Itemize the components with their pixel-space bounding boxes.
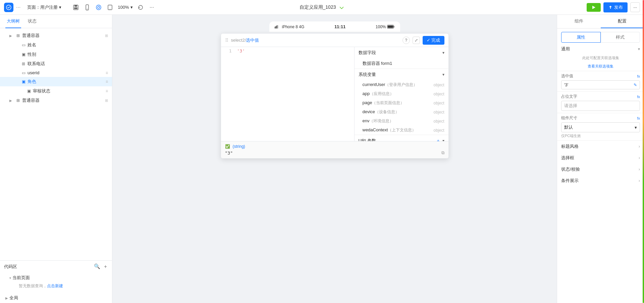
- topbar-more-icon[interactable]: ···: [16, 4, 20, 10]
- sys-var-page[interactable]: page（当前页面信息） object: [355, 98, 448, 107]
- right-section-general-header[interactable]: 通用 ▾: [557, 43, 644, 54]
- drag-handle-icon[interactable]: ⠿: [225, 38, 228, 43]
- svg-rect-3: [74, 7, 77, 9]
- code-editor-footer: ✅ (string) "3" ⧉: [221, 141, 448, 158]
- sys-var-label: page（当前页面信息）: [363, 100, 405, 106]
- code-global-item[interactable]: ▶ 全局: [0, 293, 112, 303]
- tree-item-audit-status[interactable]: ▣ 审核状态 ≡: [0, 86, 112, 96]
- sys-var-currentUser[interactable]: currentUser（登录用户信息） object: [355, 80, 448, 89]
- fullscreen-icon[interactable]: ⤢: [413, 37, 420, 44]
- tree-item-general-container-1[interactable]: ▶ ⊞ 普通容器 ⊞: [0, 31, 112, 40]
- phone-icon[interactable]: [84, 4, 91, 11]
- tree-badge: ⊞: [105, 34, 108, 38]
- label-text: 选中值: [561, 73, 573, 79]
- footer-value-text: "3": [225, 150, 233, 156]
- sys-var-header[interactable]: 系统变量 ▾: [355, 69, 448, 80]
- svg-point-9: [110, 9, 111, 9]
- sys-var-wedaContext[interactable]: wedaContext（上下文信息） object: [355, 126, 448, 135]
- code-editor-popup: ⠿ select2/选中值 ? ⤢ ✓ 完成 1 '3': [221, 33, 449, 159]
- tree-arrow: ▶: [9, 34, 14, 38]
- right-section-comp-size: 组件尺寸 fx 默认 ▾ 仅PC端生效: [557, 113, 644, 141]
- code-current-page-item[interactable]: ▾ 当前页面: [9, 274, 107, 282]
- code-search-icon[interactable]: 🔍: [94, 263, 100, 270]
- svg-point-5: [87, 9, 88, 9]
- comp-size-label: 组件尺寸 fx: [561, 115, 640, 121]
- page-label: 页面：用户注册: [27, 4, 58, 10]
- code-add-icon[interactable]: ＋: [103, 263, 108, 270]
- run-button[interactable]: [587, 3, 601, 12]
- general-notice: 此处可配置关联选项集: [557, 54, 644, 62]
- right-section-select-box[interactable]: 选择框 ›: [557, 152, 644, 164]
- tree-label: 审核状态: [33, 88, 104, 94]
- sys-var-label: currentUser（登录用户信息）: [363, 82, 418, 88]
- right-section-title-style[interactable]: 标题风格 ›: [557, 141, 644, 152]
- code-empty-text: 暂无数据查询，点击新建: [9, 282, 107, 292]
- desktop-icon[interactable]: [95, 4, 102, 11]
- tree-arrow: ▶: [9, 99, 14, 102]
- placeholder-label: 占位文字 fx: [561, 94, 640, 99]
- empty-text: 暂无数据查询，: [19, 284, 47, 288]
- tree-item-name[interactable]: ▭ 姓名: [0, 40, 112, 50]
- page-selector[interactable]: 页面：用户注册 ▾: [24, 3, 64, 12]
- right-section-status-validation[interactable]: 状态/校验 ›: [557, 164, 644, 175]
- tree-item-gender[interactable]: ▣ 性别: [0, 50, 112, 59]
- done-button[interactable]: ✓ 完成: [423, 36, 444, 45]
- tree-item-userid[interactable]: ▭ userid ≡: [0, 69, 112, 77]
- general-title: 通用: [561, 46, 570, 52]
- chevron-down-icon: ▾: [59, 5, 61, 10]
- url-params-header[interactable]: URL参数 + ▾: [355, 135, 448, 141]
- tree-label: 普通容器: [22, 97, 104, 103]
- selected-value-input[interactable]: '3' ✎: [561, 80, 640, 89]
- fx-icon[interactable]: fx: [637, 116, 640, 120]
- footer-value: "3" ⧉: [225, 150, 444, 156]
- container-icon: ⊞: [21, 61, 26, 66]
- placeholder-input[interactable]: 请选择: [561, 101, 640, 111]
- tab-config[interactable]: 配置: [601, 15, 644, 28]
- tab-status[interactable]: 状态: [26, 15, 38, 28]
- tree-label: userid: [28, 70, 104, 75]
- section-arrow-icon: ›: [639, 156, 640, 160]
- url-plus-icon[interactable]: +: [437, 138, 439, 141]
- fx-icon[interactable]: fx: [637, 74, 640, 78]
- publish-button[interactable]: 发布: [603, 2, 628, 12]
- subtab-style[interactable]: 样式: [601, 32, 640, 43]
- sys-var-device[interactable]: device（设备信息） object: [355, 107, 448, 117]
- tree-item-general-container-2[interactable]: ▶ ⊞ 普通容器 ⊞: [0, 96, 112, 105]
- stack-icon: ≡: [106, 79, 108, 84]
- code-section-header: 代码区 🔍 ＋: [0, 261, 112, 272]
- notice-link[interactable]: 查看关联选项集: [588, 64, 613, 68]
- code-editor-path: select2/选中值: [231, 37, 259, 43]
- comp-size-value: 默认: [564, 124, 573, 130]
- subtab-props[interactable]: 属性: [561, 32, 601, 43]
- label-text: 组件尺寸: [561, 115, 577, 121]
- data-field-form1[interactable]: 数据容器 form1: [355, 58, 448, 69]
- tab-components[interactable]: 组件: [557, 15, 601, 28]
- create-link[interactable]: 点击新建: [47, 284, 63, 288]
- zoom-control[interactable]: 100% ▾: [118, 5, 132, 10]
- tab-outline[interactable]: 大纲树: [5, 15, 21, 28]
- sys-var-type: object: [433, 101, 444, 105]
- data-fields-header[interactable]: 数据字段 ▾: [355, 47, 448, 58]
- sys-var-env[interactable]: env（环境信息） object: [355, 117, 448, 126]
- tablet-icon[interactable]: [106, 4, 114, 11]
- right-section-condition-display[interactable]: 条件展示 ›: [557, 175, 644, 186]
- zoom-value: 100%: [118, 5, 129, 10]
- topbar-more-button[interactable]: ···: [630, 2, 640, 12]
- tree-item-phone[interactable]: ⊞ 联系电话: [0, 59, 112, 69]
- tree-item-role[interactable]: ▣ 角色 ≡: [0, 77, 112, 86]
- section-label: 状态/校验: [561, 166, 580, 172]
- size-indicator: [643, 15, 644, 303]
- copy-icon[interactable]: ⧉: [441, 150, 444, 156]
- sys-var-app[interactable]: app（应用信息） object: [355, 89, 448, 98]
- comp-size-select[interactable]: 默认 ▾: [561, 122, 640, 132]
- line-content[interactable]: '3': [237, 48, 245, 53]
- right-section-selected-value: 选中值 fx '3' ✎: [557, 71, 644, 92]
- container-icon: ⊞: [15, 98, 21, 103]
- fx-icon[interactable]: fx: [637, 95, 640, 99]
- save-icon[interactable]: [72, 4, 79, 11]
- help-icon[interactable]: ?: [402, 37, 410, 44]
- options-icon[interactable]: ···: [148, 4, 156, 11]
- refresh-icon[interactable]: [137, 4, 144, 11]
- code-editor-left: 1 '3': [221, 47, 355, 141]
- left-sidebar: 大纲树 状态 ▶ ⊞ 普通容器 ⊞ ▭ 姓名 ▣ 性别: [0, 15, 112, 303]
